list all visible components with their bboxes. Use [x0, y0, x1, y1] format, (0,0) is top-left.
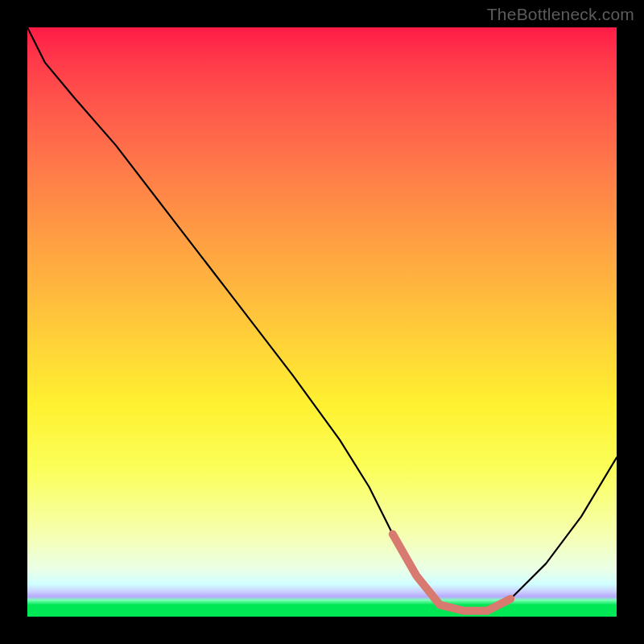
chart-frame: TheBottleneck.com	[0, 0, 644, 644]
attribution-label: TheBottleneck.com	[487, 5, 634, 24]
plot-area	[27, 27, 617, 617]
curve-layer	[27, 27, 617, 617]
optimal-range-highlight	[393, 535, 510, 611]
bottleneck-curve	[27, 27, 617, 611]
